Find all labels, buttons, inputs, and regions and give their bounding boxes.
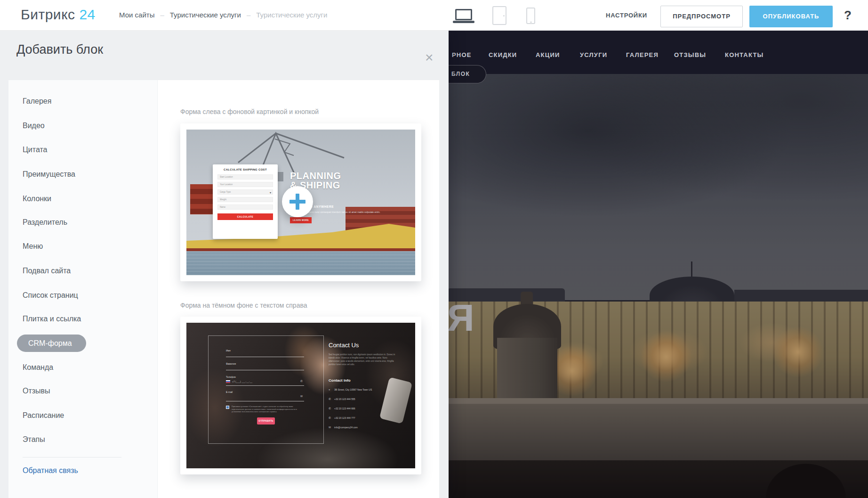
publish-button[interactable]: ОПУБЛИКОВАТЬ bbox=[749, 6, 833, 27]
sidebar-item-stages[interactable]: Этапы bbox=[23, 434, 45, 445]
russia-flag-icon bbox=[226, 380, 230, 383]
add-block-panel: Добавить блок × Галерея Видео Цитата Пре… bbox=[0, 31, 449, 498]
email-icon: ✉ bbox=[300, 394, 303, 398]
template-preview-image: Имя Фамилия Телефон +7 (___) ___-__-__ ✆… bbox=[186, 323, 415, 468]
panel-title: Добавить блок bbox=[16, 42, 103, 57]
sidebar-item-columns[interactable]: Колонки bbox=[23, 193, 51, 204]
pin-icon: ⌖ bbox=[329, 388, 330, 392]
close-icon[interactable]: × bbox=[425, 50, 434, 65]
sidebar-item-schedule[interactable]: Расписание bbox=[23, 410, 64, 421]
breadcrumb: Мои сайты–Туристические услуги–Туристиче… bbox=[119, 11, 333, 19]
sidebar-item-reviews[interactable]: Отзывы bbox=[23, 385, 50, 397]
logo-text: Битрикс bbox=[21, 7, 75, 22]
contact-row: ✆+32 20 123 444 777 bbox=[329, 416, 404, 420]
form-field-dropdown: Cargo Type▾ bbox=[217, 189, 273, 195]
sidebar-item-tile-link[interactable]: Плитка и ссылка bbox=[23, 313, 81, 325]
shipping-form: CALCULATE SHIPPING COST Start Location Y… bbox=[213, 164, 278, 239]
phone-icon: ✆ bbox=[300, 379, 303, 383]
template-label-1: Форма слева с фоновой картинкой и кнопко… bbox=[180, 108, 319, 115]
consent-text: Принимая условия «Соглашения», я даю сог… bbox=[232, 405, 303, 413]
field-underline bbox=[226, 385, 304, 386]
sidebar-divider bbox=[23, 457, 121, 457]
help-icon[interactable]: ? bbox=[844, 8, 852, 23]
contact-row: ✆+32 20 123 444 666 bbox=[329, 407, 404, 410]
plus-icon bbox=[296, 194, 299, 210]
contact-row: ✆+32 20 123 444 555 bbox=[329, 397, 404, 401]
sidebar-item-page-list[interactable]: Список страниц bbox=[23, 290, 78, 301]
form-frame bbox=[208, 335, 324, 444]
template-card-shipping-form[interactable]: PLANNING & SHIPING SHIPPING TO ANYWHERE … bbox=[180, 123, 421, 281]
breadcrumb-my-sites[interactable]: Мои сайты bbox=[119, 11, 154, 19]
contact-row: ✉info@company24.com bbox=[329, 425, 404, 429]
breadcrumb-separator: – bbox=[160, 11, 164, 19]
form-field: Start Location bbox=[217, 174, 273, 180]
site-nav-item-2[interactable]: АКЦИИ bbox=[536, 51, 560, 58]
sidebar-item-benefits[interactable]: Преимущества bbox=[23, 169, 75, 180]
mobile-view-icon[interactable] bbox=[526, 8, 535, 24]
phone-icon: ✆ bbox=[329, 416, 331, 420]
sidebar-item-separator[interactable]: Разделитель bbox=[23, 217, 67, 228]
learn-more-button: LEARN MORE bbox=[290, 217, 312, 223]
site-nav-item-0[interactable]: РНОЕ bbox=[452, 51, 472, 58]
sidebar-item-menu[interactable]: Меню bbox=[23, 241, 43, 252]
consent-checkbox bbox=[226, 406, 229, 409]
breadcrumb-site[interactable]: Туристические услуги bbox=[170, 11, 241, 19]
site-nav-item-6[interactable]: КОНТАКТЫ bbox=[725, 51, 764, 58]
contact-us-heading: Contact Us bbox=[329, 342, 359, 349]
block-categories-sidebar: Галерея Видео Цитата Преимущества Колонк… bbox=[8, 80, 158, 498]
site-nav-item-4[interactable]: ГАЛЕРЕЯ bbox=[626, 51, 659, 58]
logo-number: 24 bbox=[79, 7, 95, 22]
tablet-view-icon[interactable] bbox=[492, 6, 506, 25]
bitrix24-site-editor: РНОЕ СКИДКИ АКЦИИ УСЛУГИ ГАЛЕРЕЯ ОТЗЫВЫ … bbox=[0, 0, 868, 498]
template-preview-image: PLANNING & SHIPING SHIPPING TO ANYWHERE … bbox=[186, 130, 415, 275]
breadcrumb-page: Туристические услуги bbox=[256, 11, 327, 19]
form-field: Weight bbox=[217, 197, 273, 202]
form-title: CALCULATE SHIPPING COST bbox=[217, 168, 273, 171]
template-label-2: Форма на тёмном фоне с текстом справа bbox=[180, 302, 307, 309]
site-nav-item-1[interactable]: СКИДКИ bbox=[489, 51, 517, 58]
sidebar-item-video[interactable]: Видео bbox=[23, 120, 45, 131]
field-underline bbox=[226, 357, 304, 357]
site-nav-item-3[interactable]: УСЛУГИ bbox=[580, 51, 607, 58]
form-field: Name bbox=[217, 204, 273, 210]
field-label: Телефон bbox=[226, 376, 236, 378]
mail-icon: ✉ bbox=[329, 425, 331, 429]
editor-header: Битрикс 24 Мои сайты–Туристические услуг… bbox=[0, 0, 868, 31]
phone-icon: ✆ bbox=[329, 407, 331, 410]
field-underline bbox=[226, 401, 304, 401]
settings-button[interactable]: НАСТРОЙКИ bbox=[606, 12, 647, 19]
sidebar-item-gallery[interactable]: Галерея bbox=[23, 96, 51, 107]
site-nav-item-5[interactable]: ОТЗЫВЫ bbox=[674, 51, 706, 58]
dropdown-caret-icon: ▾ bbox=[270, 190, 271, 195]
sidebar-item-footer[interactable]: Подвал сайта bbox=[23, 265, 71, 277]
contact-info-heading: Contact Info bbox=[329, 378, 351, 383]
bitrix24-logo[interactable]: Битрикс 24 bbox=[21, 7, 96, 23]
submit-button: ОТПРАВИТЬ bbox=[257, 417, 275, 425]
field-underline bbox=[226, 370, 304, 370]
phone-mask: +7 (___) ___-__-__ bbox=[232, 380, 252, 383]
desktop-view-icon[interactable] bbox=[453, 9, 474, 23]
water bbox=[186, 251, 415, 275]
sidebar-item-crm-form-active[interactable]: CRM-форма bbox=[17, 335, 86, 352]
field-label: Имя bbox=[226, 349, 231, 352]
feedback-link[interactable]: Обратная связь bbox=[23, 466, 78, 475]
form-field: Your Location bbox=[217, 182, 273, 187]
add-block-plus-button[interactable] bbox=[282, 186, 313, 217]
breadcrumb-separator: – bbox=[247, 11, 250, 19]
sidebar-item-team[interactable]: Команда bbox=[23, 362, 53, 373]
field-label: E-mail bbox=[226, 391, 233, 393]
sidebar-item-quote[interactable]: Цитата bbox=[23, 144, 48, 155]
preview-button[interactable]: ПРЕДПРОСМОТР bbox=[660, 6, 743, 27]
calculate-button: CALCULATE bbox=[217, 213, 273, 220]
template-card-dark-contact-form[interactable]: Имя Фамилия Телефон +7 (___) ___-__-__ ✆… bbox=[180, 317, 421, 474]
panel-body: Галерея Видео Цитата Преимущества Колонк… bbox=[8, 80, 439, 498]
field-label: Фамилия bbox=[226, 362, 236, 365]
phone-icon: ✆ bbox=[329, 397, 331, 401]
contact-us-text: Sed feugiat porttitor nunc, non dignissi… bbox=[329, 353, 399, 366]
contact-row: ⌖3B Street, City 10567 New Town US bbox=[329, 388, 404, 392]
